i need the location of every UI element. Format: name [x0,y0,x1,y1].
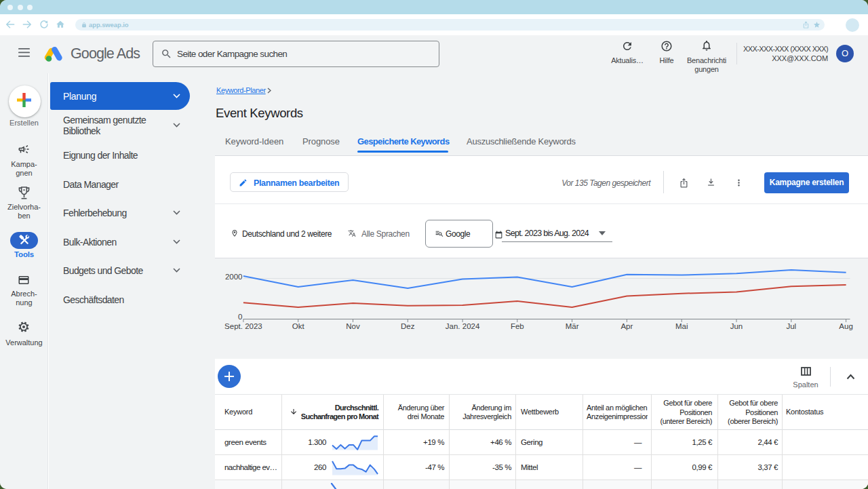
svg-text:Jun: Jun [730,322,743,330]
svg-text:0: 0 [238,313,242,321]
svg-text:Apr: Apr [620,322,633,330]
svg-text:Jan. 2024: Jan. 2024 [446,322,480,330]
svg-text:Sept. 2023: Sept. 2023 [224,322,262,330]
svg-text:2000: 2000 [225,273,243,281]
svg-text:Feb: Feb [511,322,524,330]
svg-text:Jul: Jul [786,322,796,330]
svg-text:Mär: Mär [566,322,579,330]
svg-text:Dez: Dez [401,322,415,330]
svg-text:Mai: Mai [675,322,688,330]
svg-text:Aug: Aug [839,322,852,330]
svg-text:Okt: Okt [292,322,305,330]
svg-text:Nov: Nov [346,322,360,330]
